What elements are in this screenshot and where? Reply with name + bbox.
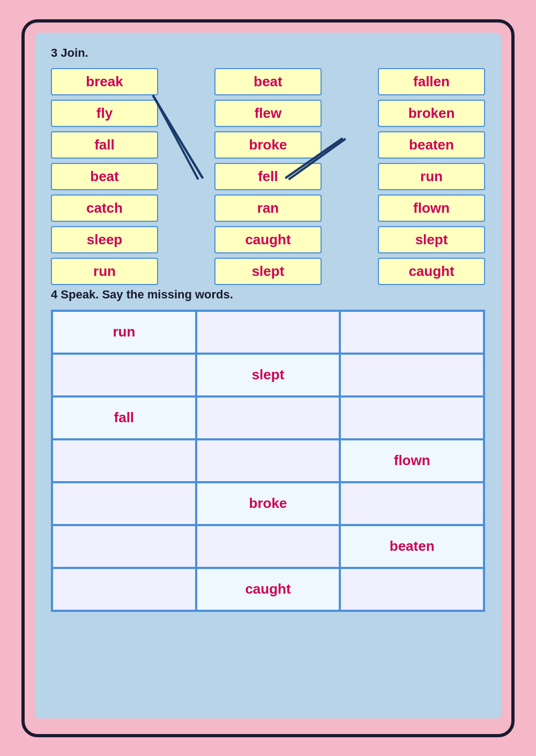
speak-cell-r7c3 (340, 568, 484, 611)
section4-label: 4 Speak. Say the missing words. (51, 288, 485, 302)
speak-cell-r5c3 (340, 482, 484, 525)
word-broke: broke (214, 131, 322, 159)
word-sleep: sleep (51, 226, 158, 253)
word-fall: fall (51, 131, 158, 159)
word-ran: ran (214, 194, 322, 222)
word-flew: flew (214, 100, 322, 127)
word-slept-c3: slept (378, 226, 485, 253)
speak-section: 4 Speak. Say the missing words. run slep… (51, 288, 485, 612)
word-fell: fell (214, 163, 322, 190)
speak-cell-r1c2 (196, 311, 340, 354)
speak-cell-r2c3 (340, 354, 484, 396)
word-caught-c3: caught (378, 258, 485, 285)
join-column-3: fallen broken beaten run flown slept cau… (378, 68, 485, 285)
join-container: break fly fall beat catch sleep run beat… (51, 68, 485, 272)
speak-grid: run slept fall flown broke (51, 310, 485, 612)
join-column-2: beat flew broke fell ran caught slept (214, 68, 322, 285)
speak-cell-r7c1 (52, 568, 196, 611)
speak-cell-r4c1 (52, 439, 196, 482)
word-beat-c1: beat (51, 163, 158, 190)
speak-cell-r5c2: broke (196, 482, 340, 525)
outer-border: 3 Join. break fly fall beat (21, 19, 515, 737)
speak-cell-r3c2 (196, 396, 340, 439)
speak-cell-r2c1 (52, 354, 196, 396)
speak-cell-r4c3: flown (340, 439, 484, 482)
word-slept-c2: slept (214, 258, 322, 285)
inner-panel: 3 Join. break fly fall beat (35, 33, 501, 718)
speak-cell-r5c1 (52, 482, 196, 525)
speak-cell-r6c3: beaten (340, 525, 484, 568)
speak-cell-r3c1: fall (52, 396, 196, 439)
word-fallen: fallen (378, 68, 485, 95)
speak-cell-r6c1 (52, 525, 196, 568)
word-catch: catch (51, 194, 158, 222)
join-column-1: break fly fall beat catch sleep run (51, 68, 158, 285)
word-flown-c3: flown (378, 194, 485, 222)
word-fly: fly (51, 100, 158, 127)
word-caught-c2: caught (214, 226, 322, 253)
speak-cell-r6c2 (196, 525, 340, 568)
speak-cell-r7c2: caught (196, 568, 340, 611)
word-beaten-c3: beaten (378, 131, 485, 159)
word-run-c1: run (51, 258, 158, 285)
join-section: 3 Join. break fly fall beat (51, 46, 485, 272)
speak-cell-r2c2: slept (196, 354, 340, 396)
word-beat-c2: beat (214, 68, 322, 95)
word-break: break (51, 68, 158, 95)
speak-cell-r3c3 (340, 396, 484, 439)
speak-cell-r1c1: run (52, 311, 196, 354)
speak-cell-r4c2 (196, 439, 340, 482)
section3-label: 3 Join. (51, 46, 485, 60)
word-broken: broken (378, 100, 485, 127)
speak-cell-r1c3 (340, 311, 484, 354)
word-run-c3: run (378, 163, 485, 190)
